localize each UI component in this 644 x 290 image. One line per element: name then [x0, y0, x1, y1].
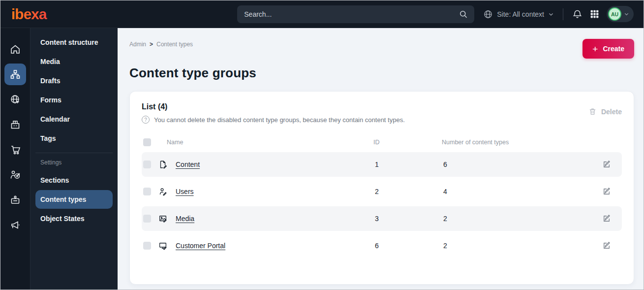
create-button[interactable]: + Create [583, 39, 634, 59]
sidebar-item-forms[interactable]: Forms [35, 91, 113, 109]
group-count: 2 [442, 215, 602, 223]
rail-home-icon[interactable] [4, 38, 26, 60]
app-grid-icon[interactable] [589, 9, 600, 19]
users-icon [158, 187, 174, 196]
group-link-media[interactable]: Media [176, 215, 194, 223]
sidebar-item-object-states[interactable]: Object States [35, 209, 113, 228]
row-checkbox[interactable] [143, 188, 151, 195]
site-context-selector[interactable]: Site: All context [483, 9, 554, 19]
rail-publish-board-icon[interactable] [4, 189, 26, 211]
breadcrumb: Admin>Content types [129, 39, 193, 48]
edit-icon[interactable] [602, 160, 622, 169]
settings-section-label: Settings [35, 159, 113, 171]
table-row: Media 3 2 [142, 206, 622, 231]
group-id: 3 [373, 215, 442, 223]
topbar: ibexa Site: All context [0, 0, 644, 28]
list-info-text: You cannot delete the disabled content t… [154, 116, 405, 124]
rail-products-icon[interactable] [4, 114, 26, 135]
group-id: 2 [373, 188, 442, 195]
icon-rail [0, 28, 30, 290]
group-link-customer-portal[interactable]: Customer Portal [176, 242, 225, 250]
table-row: Customer Portal 6 2 [142, 233, 622, 258]
column-header-count: Number of content types [442, 139, 602, 146]
avatar: AU [608, 7, 621, 21]
topbar-divider [563, 8, 563, 20]
trash-icon [588, 107, 597, 116]
edit-icon[interactable] [602, 187, 622, 196]
select-all-checkbox[interactable] [143, 138, 151, 146]
search-input[interactable] [244, 10, 459, 18]
ibexa-logo[interactable]: ibexa [11, 7, 119, 22]
table-header: Name ID Number of content types [142, 135, 622, 152]
user-menu[interactable]: AU [607, 6, 634, 22]
group-id: 6 [373, 242, 442, 250]
chevron-down-icon [624, 11, 629, 17]
breadcrumb-separator: > [150, 41, 153, 48]
rail-personalization-icon[interactable] [4, 164, 26, 186]
menu-divider [35, 153, 113, 153]
group-link: Customer Portal [174, 242, 373, 250]
breadcrumb-content-types: Content types [156, 41, 193, 48]
rail-site-icon[interactable] [4, 89, 26, 110]
create-button-label: Create [603, 45, 624, 53]
delete-button[interactable]: Delete [588, 102, 622, 116]
sidebar-item-content-structure[interactable]: Content structure [35, 33, 113, 52]
page-title: Content type groups [129, 65, 634, 81]
group-link-users[interactable]: Users [176, 188, 194, 195]
column-header-name: Name [158, 139, 373, 146]
content-file-icon [158, 160, 174, 169]
group-link-content[interactable]: Content [176, 161, 200, 168]
row-checkbox[interactable] [143, 242, 151, 250]
edit-icon[interactable] [602, 214, 622, 223]
site-context-label: Site: All context [497, 10, 544, 18]
row-checkbox[interactable] [143, 161, 151, 168]
sidebar-menu: Content structure Media Drafts Forms Cal… [30, 28, 118, 290]
sidebar-item-sections[interactable]: Sections [35, 171, 113, 190]
main-content: Admin>Content types + Create Content typ… [118, 28, 644, 290]
group-id: 1 [373, 161, 442, 168]
group-link: Media [174, 215, 373, 223]
breadcrumb-admin[interactable]: Admin [129, 41, 146, 48]
group-link: Content [174, 161, 373, 168]
media-image-icon [158, 214, 174, 223]
monitor-icon [158, 241, 174, 250]
group-count: 6 [442, 161, 602, 168]
delete-button-label: Delete [601, 108, 622, 116]
list-title: List (4) [142, 102, 405, 111]
table-row: Content 1 6 [142, 152, 622, 177]
notifications-bell-icon[interactable] [572, 9, 583, 19]
sidebar-item-tags[interactable]: Tags [35, 129, 113, 148]
group-count: 2 [442, 242, 602, 250]
sidebar-item-calendar[interactable]: Calendar [35, 110, 113, 129]
plus-icon: + [592, 44, 598, 54]
group-count: 4 [442, 188, 602, 195]
column-header-id: ID [373, 139, 442, 146]
content-type-groups-table: Name ID Number of content types Content … [142, 135, 622, 258]
rail-content-structure-icon[interactable] [4, 64, 26, 85]
rail-cart-icon[interactable] [4, 139, 26, 161]
sidebar-item-media[interactable]: Media [35, 52, 113, 71]
group-link: Users [174, 188, 373, 195]
chevron-down-icon [548, 11, 554, 17]
content-type-groups-card: List (4) ? You cannot delete the disable… [129, 91, 634, 285]
rail-campaign-megaphone-icon[interactable] [4, 214, 26, 236]
edit-icon[interactable] [602, 241, 622, 250]
sidebar-item-drafts[interactable]: Drafts [35, 71, 113, 90]
row-checkbox[interactable] [143, 215, 151, 223]
help-icon: ? [142, 116, 150, 124]
globe-icon [483, 9, 493, 19]
sidebar-item-content-types[interactable]: Content types [35, 190, 113, 209]
table-row: Users 2 4 [142, 179, 622, 204]
search-icon[interactable] [459, 9, 468, 19]
global-search[interactable] [237, 5, 474, 23]
